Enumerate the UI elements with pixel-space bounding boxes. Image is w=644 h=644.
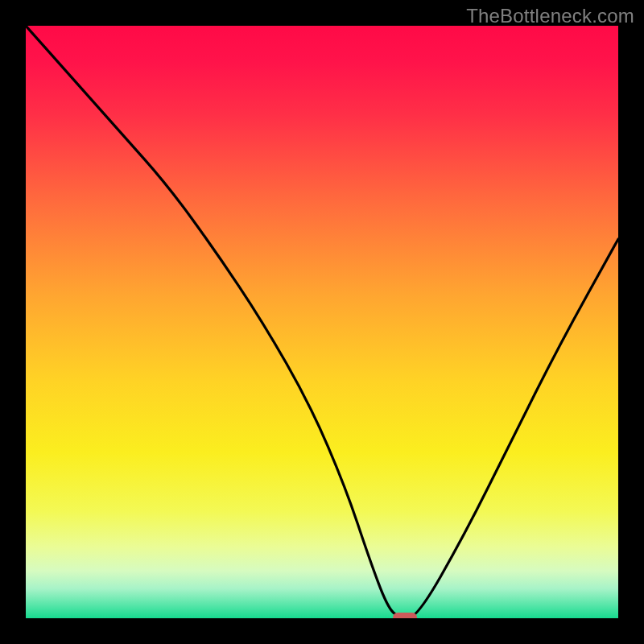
chart-svg xyxy=(26,26,618,618)
chart-frame: TheBottleneck.com xyxy=(0,0,644,644)
plot-area xyxy=(26,26,618,618)
gradient-background xyxy=(26,26,618,618)
optimal-marker xyxy=(393,613,417,618)
watermark-text: TheBottleneck.com xyxy=(466,5,634,27)
